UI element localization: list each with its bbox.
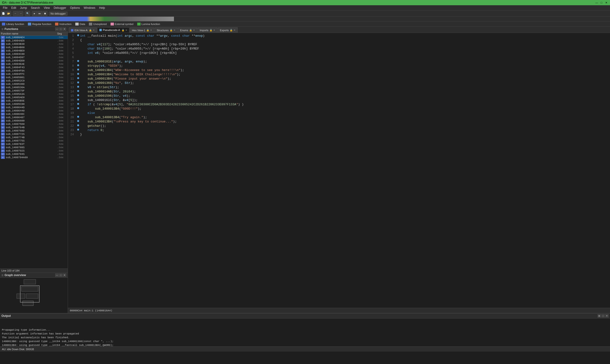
func-row[interactable]: f sub_14000AE4 .tex [0, 36, 68, 39]
func-row[interactable]: f sub_14004FFC .tex [0, 72, 68, 76]
func-row[interactable]: f sub_14004BE0 .tex [0, 49, 68, 52]
tab-hex-view[interactable]: Hex View-1 🔒 ✕ [130, 27, 154, 33]
func-row[interactable]: f sub_1400794S .tex [0, 153, 68, 156]
legend-regular-color [28, 23, 31, 26]
func-row[interactable]: f sub_1400774B .tex [0, 136, 68, 139]
func-row[interactable]: f sub_14004F8A .tex [0, 69, 68, 72]
graph-close-btn[interactable]: ✕ [63, 273, 66, 277]
tab-imports-close[interactable]: ✕ [213, 29, 215, 31]
toolbar-search[interactable]: 🔍 [25, 11, 30, 16]
menu-windows[interactable]: Windows [82, 6, 97, 10]
func-row[interactable]: f sub_1400536D .tex [0, 82, 68, 86]
functions-minimize-btn[interactable]: — [55, 27, 59, 31]
func-row[interactable]: f sub_14006487 .tex [0, 116, 68, 119]
func-row[interactable]: f sub_1400794A69 .tex [0, 156, 68, 159]
func-row[interactable]: f sub_14004C80 .tex [0, 52, 68, 56]
func-row[interactable]: f sub_1400646C .tex [0, 112, 68, 116]
code-line: 19 else [68, 111, 610, 115]
tab-enums[interactable]: Enums 🔒 ✕ [178, 27, 197, 33]
toolbar-run[interactable]: ▶ [32, 11, 37, 16]
func-row[interactable]: f sub_14004B60 .tex [0, 46, 68, 49]
func-row[interactable]: f sub_14004DD0 .tex [0, 59, 68, 62]
menu-debugger[interactable]: Debugger [52, 6, 68, 10]
func-row[interactable]: f sub_14004B30 .tex [0, 42, 68, 46]
code-line: 9 sub_1400013B4("WOW~~Niceeeee to see yo… [68, 68, 610, 72]
toolbar-new[interactable]: 📄 [1, 11, 6, 16]
line-number: 20 [68, 115, 76, 120]
func-name: sub_1400783T [6, 143, 57, 145]
tab-exports-close[interactable]: ✕ [234, 29, 235, 31]
menu-search[interactable]: Search [29, 6, 42, 10]
func-row[interactable]: f sub_1400575F .tex [0, 89, 68, 92]
functions-float-btn[interactable]: □ [59, 27, 63, 31]
output-restore-btn[interactable]: ⊞ [597, 314, 601, 318]
func-row[interactable]: f sub_1400783T .tex [0, 143, 68, 146]
menu-view[interactable]: View [42, 6, 52, 10]
func-icon: f [1, 123, 5, 126]
toolbar-forward[interactable]: → [18, 11, 23, 16]
close-button[interactable]: ✕ [604, 1, 608, 4]
tab-structures[interactable]: Structures 🔒 ✕ [155, 27, 178, 33]
functions-close-btn[interactable]: ✕ [63, 27, 66, 31]
legend-regular-label: Regular function [32, 23, 51, 26]
func-row[interactable]: f sub_14007560 .tex [0, 122, 68, 126]
tab-structures-close[interactable]: ✕ [173, 29, 175, 31]
toolbar-back[interactable]: ← [13, 11, 18, 16]
func-row[interactable]: f sub_14006600 .tex [0, 119, 68, 122]
tab-enums-close[interactable]: ✕ [193, 29, 195, 31]
tab-ida-view-a[interactable]: IDA View-A 🔒 ✕ [69, 27, 97, 33]
func-seg: .tex [57, 99, 67, 102]
func-seg: .tex [57, 139, 67, 142]
toolbar-open[interactable]: 📂 [6, 11, 11, 16]
func-row[interactable]: f sub_1400768D .tex [0, 129, 68, 132]
func-row[interactable]: f sub_14005AE0 .tex [0, 96, 68, 99]
func-icon: f [1, 73, 5, 76]
func-seg: .tex [57, 86, 67, 89]
func-row[interactable]: f sub_14005001 .tex [0, 76, 68, 79]
func-row[interactable]: f sub_1400788S .tex [0, 146, 68, 149]
tab-pseudocode-a[interactable]: Pseudocode-A 🔒 ✕ [97, 27, 129, 33]
tab-exports[interactable]: Exports 🔒 ✕ [218, 27, 238, 33]
func-name: sub_14004F43 [6, 66, 57, 69]
toolbar-step[interactable]: ⏭ [38, 11, 42, 16]
func-name: sub_14004B60 [6, 46, 57, 49]
toolbar-stop[interactable]: ⏹ [43, 11, 47, 16]
line-content: sub_1400013B4("WOW~~Niceeeee to see you … [80, 68, 610, 72]
func-row[interactable]: f sub_14004EAE .tex [0, 62, 68, 66]
func-row[interactable]: f sub_14004D97 .tex [0, 56, 68, 59]
menu-jump[interactable]: Jump [18, 6, 29, 10]
output-float-btn[interactable]: □ [601, 314, 605, 318]
func-row[interactable]: f sub_14006440 .tex [0, 109, 68, 112]
tab-imports[interactable]: Imports 🔒 ✕ [197, 27, 217, 33]
output-close-btn[interactable]: ✕ [605, 314, 609, 318]
func-row[interactable]: f sub_14005B5E .tex [0, 99, 68, 103]
code-area[interactable]: 1 int __fastcall main(int argc, const ch… [68, 33, 610, 308]
menu-edit[interactable]: Edit [9, 6, 18, 10]
tab-pseudo-close[interactable]: ✕ [125, 29, 127, 31]
func-row[interactable]: f sub_14005C80 .tex [0, 103, 68, 106]
graph-minimize-btn[interactable]: — [55, 273, 59, 277]
functions-list[interactable]: f sub_14000AE4 .tex f sub_14004AE6 .tex … [0, 36, 68, 269]
maximize-button[interactable]: □ [599, 1, 603, 4]
func-row[interactable]: f sub_1400764B .tex [0, 126, 68, 129]
line-number: 10 [68, 72, 76, 77]
func-row[interactable]: f sub_1400775S .tex [0, 139, 68, 143]
line-info: Line 103 of 184 [0, 269, 68, 273]
menu-help[interactable]: Help [97, 6, 107, 10]
func-row[interactable]: f sub_14005A3A .tex [0, 92, 68, 96]
func-row[interactable]: f sub_1400792S .tex [0, 149, 68, 153]
func-row[interactable]: f sub_1400644D .tex [0, 106, 68, 109]
menu-file[interactable]: File [1, 6, 9, 10]
func-row[interactable]: f sub_140052C9 .tex [0, 79, 68, 82]
tab-hex-close[interactable]: ✕ [150, 29, 152, 31]
menu-options[interactable]: Options [68, 6, 82, 10]
tab-enums-label: Enums [180, 29, 188, 32]
func-row[interactable]: f sub_1400536A .tex [0, 86, 68, 89]
tab-ida-close[interactable]: ✕ [93, 29, 95, 31]
func-row[interactable]: f sub_1400772S .tex [0, 132, 68, 136]
graph-float-btn[interactable]: □ [59, 273, 63, 277]
legend-unexplored: Unexplored [89, 23, 106, 26]
minimize-button[interactable]: — [595, 1, 598, 4]
func-row[interactable]: f sub_14004F43 .tex [0, 66, 68, 69]
func-row[interactable]: f sub_14004AE6 .tex [0, 39, 68, 42]
